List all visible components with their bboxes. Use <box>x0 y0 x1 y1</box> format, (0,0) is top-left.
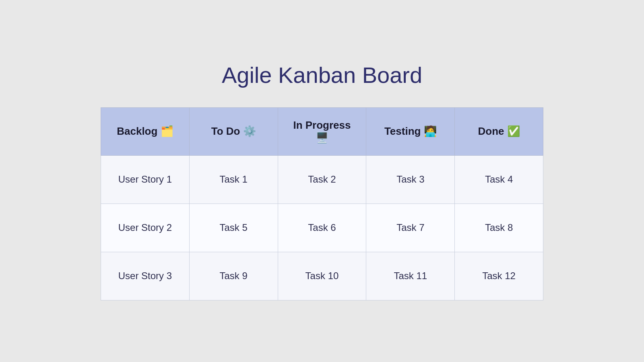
table-row: User Story 1Task 1Task 2Task 3Task 4 <box>101 155 543 204</box>
done-label: Done <box>478 125 504 137</box>
testing-label: Testing <box>384 125 421 137</box>
backlog-label: Backlog <box>117 125 157 137</box>
story-cell: User Story 3 <box>101 252 190 300</box>
todo-icon: ⚙️ <box>243 125 256 137</box>
testing-cell: Task 7 <box>366 204 455 252</box>
header-row: Backlog 🗂️ To Do ⚙️ In Progress 🖥️ Testi… <box>101 107 543 155</box>
done-cell: Task 4 <box>455 155 543 204</box>
inprogress-cell: Task 10 <box>278 252 366 300</box>
todo-cell: Task 1 <box>189 155 278 204</box>
todo-label: To Do <box>211 125 240 137</box>
column-header-inprogress: In Progress 🖥️ <box>278 107 366 155</box>
inprogress-cell: Task 6 <box>278 204 366 252</box>
backlog-icon: 🗂️ <box>161 125 173 137</box>
todo-cell: Task 9 <box>189 252 278 300</box>
done-cell: Task 8 <box>455 204 543 252</box>
inprogress-cell: Task 2 <box>278 155 366 204</box>
inprogress-label: In Progress <box>293 119 351 131</box>
testing-cell: Task 11 <box>366 252 455 300</box>
done-cell: Task 12 <box>455 252 543 300</box>
kanban-board: Backlog 🗂️ To Do ⚙️ In Progress 🖥️ Testi… <box>101 107 543 300</box>
story-cell: User Story 2 <box>101 204 190 252</box>
story-cell: User Story 1 <box>101 155 190 204</box>
todo-cell: Task 5 <box>189 204 278 252</box>
inprogress-icon: 🖥️ <box>316 132 328 144</box>
table-row: User Story 3Task 9Task 10Task 11Task 12 <box>101 252 543 300</box>
testing-cell: Task 3 <box>366 155 455 204</box>
page-title: Agile Kanban Board <box>222 62 422 88</box>
column-header-todo: To Do ⚙️ <box>189 107 278 155</box>
testing-icon: 🧑‍💻 <box>424 125 437 137</box>
table-row: User Story 2Task 5Task 6Task 7Task 8 <box>101 204 543 252</box>
column-header-backlog: Backlog 🗂️ <box>101 107 190 155</box>
column-header-testing: Testing 🧑‍💻 <box>366 107 455 155</box>
done-icon: ✅ <box>507 125 520 137</box>
column-header-done: Done ✅ <box>455 107 543 155</box>
